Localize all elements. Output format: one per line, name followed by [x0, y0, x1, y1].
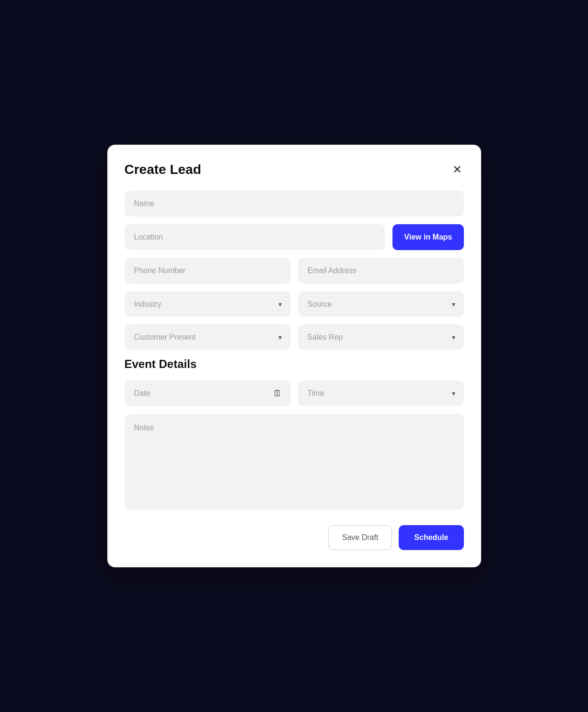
- sales-rep-wrapper: Sales Rep Rep 1 Rep 2 Rep 3 ▾: [298, 324, 464, 350]
- date-input[interactable]: [125, 380, 290, 406]
- time-select[interactable]: Time 8:00 AM 9:00 AM 10:00 AM 11:00 AM 1…: [298, 380, 464, 406]
- modal-header: Create Lead ✕: [125, 162, 464, 177]
- industry-wrapper: Industry Technology Healthcare Finance R…: [125, 291, 290, 317]
- customer-salesrep-row: Customer Present Yes No ▾ Sales Rep Rep …: [125, 324, 464, 350]
- name-row: [125, 191, 464, 217]
- modal-title: Create Lead: [125, 162, 201, 177]
- source-select[interactable]: Source Website Referral Social Media Col…: [298, 291, 464, 317]
- source-wrapper: Source Website Referral Social Media Col…: [298, 291, 464, 317]
- name-input[interactable]: [125, 191, 464, 217]
- industry-source-row: Industry Technology Healthcare Finance R…: [125, 291, 464, 317]
- location-row: View in Maps: [125, 224, 464, 250]
- close-button[interactable]: ✕: [450, 162, 464, 177]
- phone-input[interactable]: [125, 258, 290, 284]
- sales-rep-select[interactable]: Sales Rep Rep 1 Rep 2 Rep 3: [298, 324, 464, 350]
- footer-actions: Save Draft Schedule: [125, 525, 464, 550]
- phone-field: [125, 258, 290, 284]
- email-input[interactable]: [298, 258, 464, 284]
- create-lead-modal: Create Lead ✕ View in Maps Industry: [107, 145, 481, 567]
- notes-textarea[interactable]: [125, 414, 464, 510]
- event-details-title: Event Details: [125, 357, 464, 371]
- date-wrapper: 🗓: [125, 380, 290, 406]
- customer-present-wrapper: Customer Present Yes No ▾: [125, 324, 290, 350]
- modal-backdrop: Create Lead ✕ View in Maps Industry: [0, 0, 588, 712]
- industry-select[interactable]: Industry Technology Healthcare Finance R…: [125, 291, 290, 317]
- customer-present-select[interactable]: Customer Present Yes No: [125, 324, 290, 350]
- email-field: [298, 258, 464, 284]
- date-time-row: 🗓 Time 8:00 AM 9:00 AM 10:00 AM 11:00 AM…: [125, 380, 464, 406]
- notes-row: [125, 414, 464, 512]
- location-input[interactable]: [125, 224, 385, 250]
- view-in-maps-button[interactable]: View in Maps: [392, 224, 463, 250]
- phone-email-row: [125, 258, 464, 284]
- save-draft-button[interactable]: Save Draft: [328, 525, 392, 550]
- time-wrapper: Time 8:00 AM 9:00 AM 10:00 AM 11:00 AM 1…: [298, 380, 464, 406]
- schedule-button[interactable]: Schedule: [399, 525, 463, 550]
